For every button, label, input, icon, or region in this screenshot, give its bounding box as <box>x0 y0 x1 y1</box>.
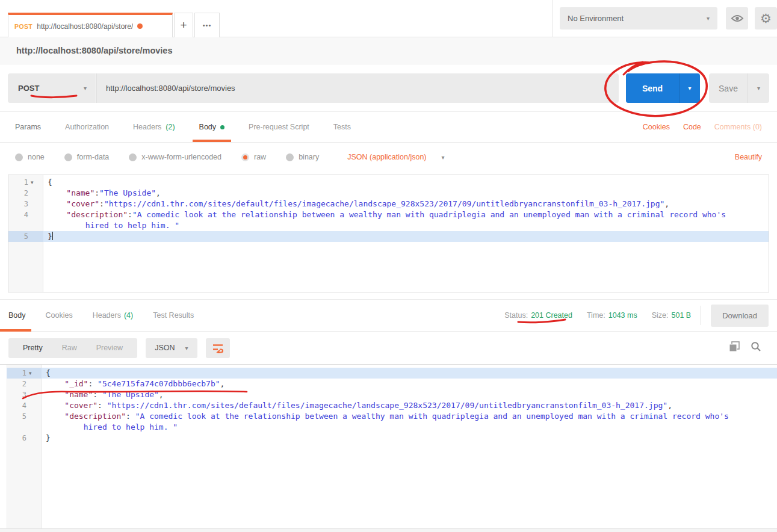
body-type-form-data-label: form-data <box>77 153 110 161</box>
radio-icon <box>15 153 23 161</box>
body-type-binary[interactable]: binary <box>286 153 319 161</box>
line-number: 5 <box>8 231 43 242</box>
more-tabs-button[interactable]: ••• <box>194 13 220 37</box>
body-type-urlencoded[interactable]: x-www-form-urlencoded <box>129 153 221 161</box>
tab-params[interactable]: Params <box>15 112 41 142</box>
fold-caret-icon[interactable]: ▾ <box>29 368 32 379</box>
body-type-none[interactable]: none <box>15 153 45 161</box>
time-label: Time: <box>587 311 605 320</box>
response-tab-headers-count: (4) <box>124 311 133 320</box>
search-button[interactable] <box>751 341 761 354</box>
wrap-lines-button[interactable] <box>206 338 230 358</box>
cookies-link[interactable]: Cookies <box>643 123 670 131</box>
tab-body[interactable]: Body <box>199 112 225 142</box>
chevron-down-icon: ▾ <box>84 85 87 91</box>
radio-icon <box>286 153 294 161</box>
url-input[interactable]: http://localhost:8080/api/store/movies <box>96 73 619 103</box>
comments-link[interactable]: Comments (0) <box>714 123 762 131</box>
editor-line: 5} <box>8 231 769 242</box>
tab-headers[interactable]: Headers (2) <box>133 112 175 142</box>
settings-button[interactable]: ⚙ <box>755 7 777 29</box>
tab-params-label: Params <box>15 123 41 131</box>
send-label: Send <box>626 73 679 103</box>
new-tab-button[interactable]: + <box>174 13 193 37</box>
line-number: 3 <box>7 389 42 400</box>
download-button[interactable]: Download <box>711 305 769 327</box>
view-preview[interactable]: Preview <box>87 344 132 352</box>
response-tab-test-results[interactable]: Test Results <box>153 300 194 331</box>
chevron-down-icon: ▾ <box>688 85 691 91</box>
save-options-button[interactable]: ▾ <box>748 73 769 103</box>
tab-url-label: http://localhost:8080/api/store/ <box>37 22 133 31</box>
view-raw[interactable]: Raw <box>52 344 87 352</box>
content-type-label: JSON (application/json) <box>347 153 426 161</box>
save-button[interactable]: Save ▾ <box>709 73 769 103</box>
request-tab[interactable]: POST http://localhost:8080/api/store/ <box>8 13 173 37</box>
response-tab-headers[interactable]: Headers (4) <box>93 300 134 331</box>
line-number: 4 <box>7 400 42 411</box>
response-format-select[interactable]: JSON ▾ <box>146 338 197 358</box>
tab-pre-request-label: Pre-request Script <box>249 123 309 131</box>
chevron-down-icon: ▾ <box>442 154 445 161</box>
beautify-link[interactable]: Beautify <box>735 153 762 161</box>
response-tab-body[interactable]: Body <box>8 300 26 331</box>
bottom-scroll-strip[interactable] <box>0 528 777 532</box>
editor-line: 2 "_id": "5c4e715fa74c07dbbb6ecb7b", <box>0 379 777 389</box>
request-title: http://localhost:8080/api/store/movies <box>16 46 172 55</box>
content-type-select[interactable]: JSON (application/json) ▾ <box>347 153 444 161</box>
body-type-row: none form-data x-www-form-urlencoded raw… <box>0 143 777 172</box>
tab-tests-label: Tests <box>333 123 351 131</box>
line-number: 1▾ <box>7 368 42 379</box>
status-label: Status: <box>504 311 528 320</box>
body-present-dot <box>220 125 224 129</box>
environment-quick-look-button[interactable] <box>726 7 748 29</box>
body-type-raw[interactable]: raw <box>241 153 266 161</box>
line-number: 2 <box>7 379 42 389</box>
response-view-switch: Pretty Raw Preview <box>8 338 137 358</box>
code-link[interactable]: Code <box>683 123 701 131</box>
tab-authorization[interactable]: Authorization <box>65 112 109 142</box>
response-toolbar: Pretty Raw Preview JSON ▾ <box>0 332 777 364</box>
topbar-divider <box>552 0 553 37</box>
line-number: 5 <box>7 411 42 433</box>
send-options-button[interactable]: ▾ <box>679 73 700 103</box>
meta-divider <box>701 306 701 325</box>
line-number: 6 <box>7 433 42 444</box>
request-body-editor[interactable]: 1▾{2 "name":"The Upside",3 "cover":"http… <box>8 175 769 292</box>
editor-line: 1▾{ <box>0 368 777 379</box>
tab-headers-count: (2) <box>166 123 175 131</box>
method-label: POST <box>18 84 39 93</box>
editor-line: 4 "description":"A comedic look at the r… <box>8 209 769 231</box>
request-tabs-row: Params Authorization Headers (2) Body Pr… <box>0 112 777 143</box>
environment-select[interactable]: No Environment ▾ <box>560 7 717 29</box>
response-tab-cookies[interactable]: Cookies <box>46 300 73 331</box>
editor-line: 4 "cover": "https://cdn1.thr.com/sites/d… <box>0 400 777 411</box>
editor-line: 1▾{ <box>8 177 769 188</box>
editor-line: 6} <box>0 433 777 444</box>
save-label: Save <box>709 73 748 103</box>
line-number: 1▾ <box>8 177 43 188</box>
view-pretty[interactable]: Pretty <box>13 344 52 352</box>
tab-tests[interactable]: Tests <box>333 112 351 142</box>
response-format-label: JSON <box>155 344 175 352</box>
response-tab-cookies-label: Cookies <box>46 311 73 320</box>
copy-button[interactable] <box>729 341 740 355</box>
response-body-viewer[interactable]: 1▾{2 "_id": "5c4e715fa74c07dbbb6ecb7b",3… <box>0 364 777 528</box>
fold-caret-icon[interactable]: ▾ <box>31 177 34 188</box>
response-tabs-row: Body Cookies Headers (4) Test Results St… <box>0 299 777 332</box>
request-builder-row: POST ▾ http://localhost:8080/api/store/m… <box>0 64 777 112</box>
method-select[interactable]: POST ▾ <box>8 73 96 103</box>
eye-icon <box>731 14 744 23</box>
tab-pre-request-script[interactable]: Pre-request Script <box>249 112 309 142</box>
editor-line: 2 "name":"The Upside", <box>8 188 769 199</box>
search-icon <box>751 341 761 352</box>
request-editor-lines: 1▾{2 "name":"The Upside",3 "cover":"http… <box>8 175 769 242</box>
request-title-strip: http://localhost:8080/api/store/movies <box>0 37 777 64</box>
body-type-none-label: none <box>28 153 45 161</box>
send-button[interactable]: Send ▾ <box>626 73 700 103</box>
body-type-form-data[interactable]: form-data <box>64 153 110 161</box>
response-meta: Status: 201 Created Time: 1043 ms Size: … <box>504 305 769 327</box>
unsaved-changes-dot <box>137 23 143 29</box>
time-value: 1043 ms <box>608 311 637 320</box>
size-value: 501 B <box>672 311 692 320</box>
